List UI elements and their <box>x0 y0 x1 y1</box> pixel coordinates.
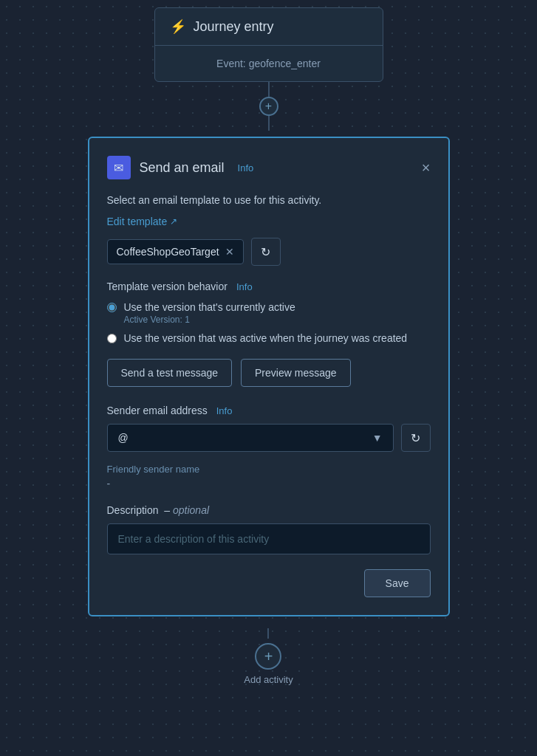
edit-template-link[interactable]: Edit template ↗ <box>107 216 178 227</box>
email-icon-box: ✉ <box>107 156 131 179</box>
version-radio-2[interactable] <box>107 334 117 343</box>
sender-info-link[interactable]: Info <box>216 405 233 416</box>
send-email-panel: ✉ Send an email Info × Select an email t… <box>88 137 450 616</box>
version-option-2-label: Use the version that was active when the… <box>124 332 408 344</box>
panel-header-left: ✉ Send an email Info <box>107 156 254 179</box>
version-option-1: Use the version that's currently active … <box>107 301 431 325</box>
sender-email-label: Sender email address Info <box>107 405 431 416</box>
action-buttons: Send a test message Preview message <box>107 359 431 387</box>
template-chip: CoffeeShopGeoTarget ✕ <box>107 239 244 264</box>
save-row: Save <box>107 569 431 597</box>
journey-entry-title: Journey entry <box>194 19 274 35</box>
version-option-1-text: Use the version that's currently active … <box>124 301 295 325</box>
description-label: Description – optional <box>107 504 431 516</box>
connector-line-bottom <box>268 116 270 131</box>
journey-entry-node: ⚡ Journey entry Event: geofence_enter <box>154 7 383 82</box>
send-test-button[interactable]: Send a test message <box>107 359 233 387</box>
close-button[interactable]: × <box>422 160 431 175</box>
add-activity-button[interactable]: + <box>255 643 281 670</box>
version-radio-1[interactable] <box>107 303 117 312</box>
panel-title: Send an email <box>140 160 225 176</box>
save-button[interactable]: Save <box>364 569 431 597</box>
preview-message-button[interactable]: Preview message <box>241 359 351 387</box>
panel-info-link[interactable]: Info <box>238 162 254 173</box>
template-selector-row: CoffeeShopGeoTarget ✕ ↻ <box>107 238 431 266</box>
friendly-name-label: Friendly sender name <box>107 464 431 475</box>
version-option-2: Use the version that was active when the… <box>107 332 431 344</box>
description-label-text: Description <box>107 504 159 516</box>
version-label-text: Template version behavior <box>107 281 228 292</box>
add-activity-divider <box>267 628 269 639</box>
version-option-1-label: Use the version that's currently active <box>124 301 295 313</box>
sender-row: @ ▼ ↻ <box>107 424 431 452</box>
connector-line-top <box>268 82 270 97</box>
edit-template-label: Edit template <box>107 216 168 227</box>
panel-header: ✉ Send an email Info × <box>107 156 431 179</box>
description-optional-text: optional <box>173 504 209 516</box>
version-option-1-sub: Active Version: 1 <box>124 315 295 325</box>
description-input[interactable] <box>107 523 431 554</box>
template-chip-name: CoffeeShopGeoTarget <box>117 246 219 258</box>
sender-at-symbol: @ <box>118 432 129 444</box>
connector: + <box>259 82 278 131</box>
friendly-name-value: - <box>107 478 431 489</box>
sender-select[interactable]: @ ▼ <box>107 424 394 452</box>
journey-entry-event: Event: geofence_enter <box>155 46 383 81</box>
version-section: Template version behavior Info Use the v… <box>107 281 431 344</box>
lightning-icon: ⚡ <box>170 18 186 35</box>
connector-plus-button[interactable]: + <box>259 97 278 116</box>
select-arrow-icon: ▼ <box>372 432 383 444</box>
refresh-sender-button[interactable]: ↻ <box>401 424 431 452</box>
sender-email-label-text: Sender email address <box>107 405 208 416</box>
external-link-icon: ↗ <box>170 216 177 227</box>
version-info-link[interactable]: Info <box>236 281 253 292</box>
add-activity-section: + Add activity <box>244 628 293 685</box>
version-label: Template version behavior Info <box>107 281 431 292</box>
chip-clear-button[interactable]: ✕ <box>225 247 234 257</box>
panel-subtitle: Select an email template to use for this… <box>107 194 431 206</box>
refresh-template-button[interactable]: ↻ <box>251 238 281 266</box>
add-activity-label: Add activity <box>244 674 293 685</box>
journey-entry-header: ⚡ Journey entry <box>155 8 383 46</box>
